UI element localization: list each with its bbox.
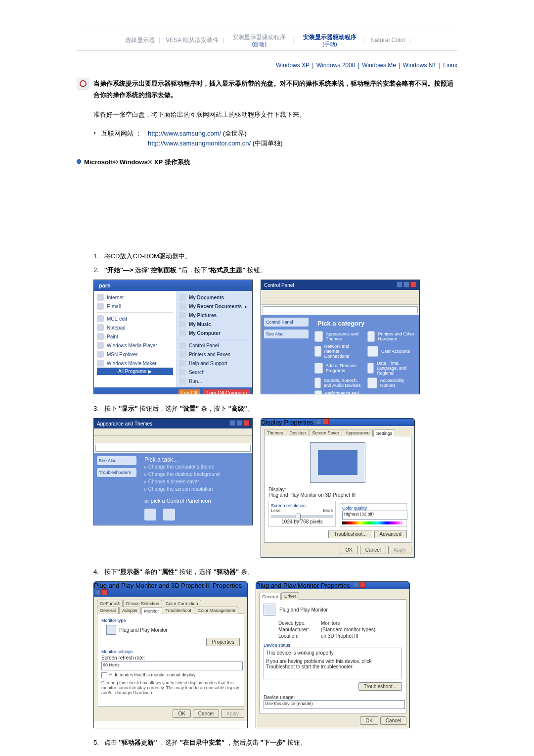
tab-install-auto[interactable]: 安装显示器驱动程序(自动) bbox=[229, 33, 289, 47]
link-linux[interactable]: Linux bbox=[443, 62, 457, 69]
ok-button[interactable]: OK bbox=[173, 709, 190, 718]
hide-modes-check[interactable]: Hide modes that this monitor cannot disp… bbox=[101, 672, 240, 678]
link-samsung-global[interactable]: http://www.samsung.com/ bbox=[148, 130, 221, 137]
adv-tab[interactable]: General bbox=[97, 607, 119, 614]
window-controls[interactable] bbox=[228, 420, 249, 427]
step-5: 5. 点击 "驱动器更新" ，选择 "在目录中安装" ，然后点击 "下一步" 按… bbox=[93, 737, 457, 748]
cancel-button[interactable]: Cancel bbox=[360, 546, 386, 554]
start-item[interactable]: Search bbox=[179, 368, 249, 377]
cp-category[interactable]: Printers and Other Hardware bbox=[367, 331, 416, 342]
adv-tab[interactable]: GeForce3 bbox=[97, 600, 123, 607]
ok-button[interactable]: OK bbox=[360, 716, 378, 725]
start-item[interactable]: My Recent Documents ▸ bbox=[179, 302, 249, 311]
gen-tab-driver[interactable]: Driver bbox=[281, 592, 299, 600]
tab-desktop[interactable]: Desktop bbox=[287, 429, 309, 436]
monitor-icon bbox=[106, 625, 116, 635]
tab-themes[interactable]: Themes bbox=[264, 429, 286, 436]
cp-category[interactable]: Add or Remove Programs bbox=[314, 361, 363, 376]
adv-tab[interactable]: Adapter bbox=[119, 607, 141, 614]
start-item[interactable]: My Pictures bbox=[179, 311, 249, 320]
start-item[interactable]: Help and Support bbox=[179, 359, 249, 368]
troubleshoot-button[interactable]: Troubleshoot... bbox=[328, 530, 372, 538]
link-winnt[interactable]: Windows NT bbox=[403, 62, 437, 69]
advanced-button[interactable]: Advanced bbox=[374, 530, 407, 538]
device-status-box: This device is working properly. If you … bbox=[264, 648, 402, 679]
start-item[interactable]: My Computer bbox=[179, 329, 249, 337]
shutdown-button[interactable]: Turn Off Computer bbox=[203, 389, 250, 394]
cp-category[interactable]: Sounds, Speech, and Audio Devices bbox=[314, 378, 363, 388]
start-item[interactable]: MCE edit bbox=[97, 314, 173, 323]
location-value: on 3D Prophet III bbox=[321, 633, 402, 639]
refresh-select[interactable]: 60 Hertz bbox=[101, 662, 243, 670]
download-links: 互联网网站 ： http://www.samsung.com/ (全世界) ht… bbox=[93, 129, 457, 149]
resolution-slider[interactable] bbox=[271, 515, 333, 518]
window-controls[interactable] bbox=[315, 419, 329, 426]
start-item[interactable]: MSN Explorer bbox=[97, 350, 173, 359]
apt-task[interactable]: ▹ Choose a screen saver bbox=[144, 478, 247, 485]
start-item[interactable]: Internet bbox=[97, 293, 173, 302]
link-winxp[interactable]: Windows XP bbox=[276, 62, 310, 69]
color-select[interactable]: Highest (32 bit) bbox=[342, 511, 407, 520]
adv-tab[interactable]: Color Correction bbox=[163, 600, 201, 607]
apply-button[interactable]: Apply bbox=[221, 709, 244, 718]
cp-category[interactable]: Date, Time, Language, and Regional bbox=[367, 361, 416, 376]
cp-category[interactable]: User Accounts bbox=[367, 344, 416, 359]
start-item[interactable]: Run... bbox=[179, 377, 249, 385]
start-all-programs[interactable]: All Programs ▶ bbox=[97, 368, 173, 375]
window-controls[interactable] bbox=[94, 589, 108, 597]
usage-select[interactable]: Use this device (enable) bbox=[264, 700, 405, 709]
apt-pick-task: Pick a task... bbox=[144, 456, 247, 463]
logoff-button[interactable]: Log Off bbox=[178, 389, 201, 394]
apply-button[interactable]: Apply bbox=[388, 546, 411, 554]
apt-task[interactable]: ▹ Change the desktop background bbox=[144, 471, 247, 478]
start-item[interactable]: My Documents bbox=[179, 293, 249, 302]
start-item[interactable]: Printers and Faxes bbox=[179, 350, 249, 359]
start-item[interactable]: Paint bbox=[97, 332, 173, 341]
link-winme[interactable]: Windows Me bbox=[362, 62, 396, 69]
tab-vesa[interactable]: VESA 顺从型安装件 bbox=[166, 36, 219, 45]
ok-button[interactable]: OK bbox=[340, 546, 357, 554]
tab-install-manual[interactable]: 安装显示器驱动程序(手动) bbox=[300, 33, 359, 47]
adv-tab[interactable]: Device Selection bbox=[123, 600, 162, 607]
properties-button[interactable]: Properties bbox=[206, 638, 240, 646]
link-samsung-china[interactable]: http://www.samsungmonitor.com.cn/ bbox=[148, 140, 251, 147]
start-item[interactable]: My Music bbox=[179, 320, 249, 329]
step-4: 4. 按下"显示器" 条的 "属性" 按钮，选择 "驱动器" 条。 bbox=[93, 567, 457, 577]
device-status-legend: Device status bbox=[264, 643, 402, 648]
cancel-button[interactable]: Cancel bbox=[193, 709, 219, 718]
tab-settings[interactable]: Settings bbox=[373, 429, 396, 437]
adv-tab-monitor[interactable]: Monitor bbox=[141, 607, 162, 614]
tab-select-monitor[interactable]: 选择显示器 bbox=[125, 36, 155, 45]
tab-appearance[interactable]: Appearance bbox=[343, 429, 373, 436]
adv-tab[interactable]: Troubleshoot bbox=[163, 607, 194, 614]
cp-category[interactable]: Network and Internet Connections bbox=[314, 344, 363, 359]
apt-task[interactable]: ▹ Change the computer's theme bbox=[144, 463, 247, 471]
link-win2000[interactable]: Windows 2000 bbox=[316, 62, 356, 69]
apt-side-panel: Troubleshooters bbox=[97, 468, 136, 477]
start-item[interactable]: Windows Media Player bbox=[97, 341, 173, 350]
cp-category[interactable]: Performance and Maintenance bbox=[314, 390, 363, 394]
cp-category[interactable]: Appearance and Themes bbox=[314, 331, 363, 342]
start-item[interactable]: Windows Movie Maker bbox=[97, 359, 173, 368]
screenshot-monitor-properties-general: Plug and Play Monitor Properties General… bbox=[256, 581, 410, 728]
cancel-button[interactable]: Cancel bbox=[380, 716, 406, 725]
adv-tab[interactable]: Color Management bbox=[195, 607, 239, 614]
links-label: 互联网网站 ： bbox=[101, 129, 146, 138]
start-item[interactable]: E-mail bbox=[97, 302, 173, 311]
tab-natural-color[interactable]: Natural Color bbox=[370, 37, 405, 44]
cp-category[interactable]: Accessibility Options bbox=[367, 378, 416, 388]
apt-icon[interactable] bbox=[163, 509, 175, 520]
apt-icon[interactable] bbox=[144, 509, 156, 520]
tab-screensaver[interactable]: Screen Saver bbox=[310, 429, 343, 436]
start-item[interactable]: Notepad bbox=[97, 323, 173, 332]
start-control-panel[interactable]: Control Panel bbox=[179, 341, 249, 350]
window-controls[interactable] bbox=[352, 582, 366, 589]
usage-label: Device usage: bbox=[264, 695, 402, 700]
window-controls[interactable] bbox=[396, 282, 416, 288]
gen-tab-general[interactable]: General bbox=[259, 593, 281, 600]
apt-side-panel: See Also bbox=[97, 456, 136, 465]
manufacturer-label: Manufacturer: bbox=[278, 627, 318, 632]
apt-task[interactable]: ▹ Change the screen resolution bbox=[144, 485, 247, 493]
troubleshoot-button[interactable]: Troubleshoot... bbox=[358, 682, 402, 691]
step-2: 2. "开始"—> 选择"控制面板 "后，按下"格式及主题" 按钮。 bbox=[93, 265, 457, 276]
